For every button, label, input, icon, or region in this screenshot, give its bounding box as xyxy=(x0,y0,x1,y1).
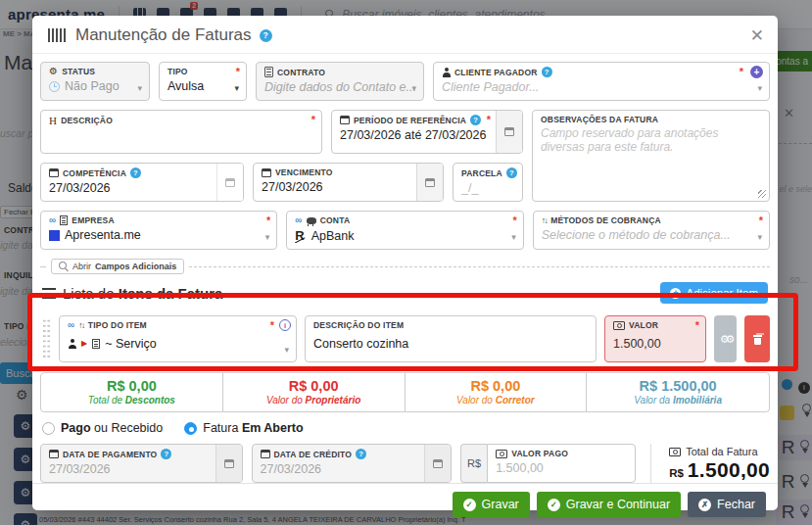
observacoes-field[interactable]: OBSERVAÇÕES DA FATURA xyxy=(532,110,770,202)
calendar-icon xyxy=(49,450,59,458)
empresa-field[interactable]: EMPRESA Apresenta.me xyxy=(40,211,277,250)
required-asterisk xyxy=(311,114,315,125)
lista-itens-title: Lista de Itens da Fatura xyxy=(63,285,222,302)
required-asterisk xyxy=(270,319,274,331)
chevron-down-icon xyxy=(265,232,270,242)
check-icon xyxy=(548,499,560,511)
modal-header: Manutenção de Faturas xyxy=(32,16,778,54)
help-icon[interactable] xyxy=(161,449,171,459)
calendar-picker-button[interactable] xyxy=(496,111,522,153)
barcode-icon xyxy=(48,28,68,42)
radio-icon xyxy=(42,422,55,435)
tipo-field[interactable]: TIPO Avulsa xyxy=(159,62,247,101)
person-icon xyxy=(442,68,451,77)
calendar-picker-button[interactable] xyxy=(416,164,443,201)
contract-icon xyxy=(264,67,273,77)
chevron-down-icon xyxy=(511,232,516,242)
info-icon[interactable] xyxy=(279,319,291,331)
chevron-down-icon xyxy=(137,83,142,93)
close-icon[interactable] xyxy=(750,27,764,44)
chevron-down-icon xyxy=(757,232,762,242)
check-icon xyxy=(463,499,476,511)
help-icon[interactable] xyxy=(356,449,366,459)
required-asterisk xyxy=(740,66,743,77)
required-asterisk xyxy=(695,319,699,331)
calendar-icon xyxy=(340,116,350,124)
valor-pago-field[interactable]: VALOR PAGO 1.500,00 xyxy=(487,444,636,483)
chevron-down-icon xyxy=(234,83,239,93)
abrir-campos-adicionais-button[interactable]: Abrir Campos Adicionais xyxy=(51,259,184,274)
money-icon xyxy=(496,450,507,458)
clock-icon xyxy=(49,81,60,92)
help-icon[interactable] xyxy=(130,167,141,178)
help-icon[interactable] xyxy=(506,167,517,178)
contrato-field[interactable]: CONTRATO Digite dados do Contato e... xyxy=(256,62,424,101)
calendar-icon xyxy=(49,168,59,177)
descricao-field[interactable]: DESCRIÇÃO xyxy=(40,110,322,154)
sort-icon xyxy=(78,321,84,330)
total-descontos: R$ 0,00 Total de Descontos xyxy=(41,373,223,411)
conta-field[interactable]: CONTA ApBank xyxy=(286,211,523,250)
calendar-picker-button[interactable] xyxy=(216,164,243,201)
calendar-picker-button[interactable] xyxy=(215,445,242,482)
link-icon xyxy=(49,215,56,225)
valor-proprietario: R$ 0,00 Valor do Proprietário xyxy=(223,373,406,411)
radio-fatura-em-aberto[interactable]: Fatura Em Aberto xyxy=(184,421,303,435)
divider xyxy=(40,266,46,267)
help-icon[interactable] xyxy=(470,115,481,125)
help-icon[interactable] xyxy=(260,29,272,42)
parcela-field[interactable]: PARCELA _/_ xyxy=(453,163,523,202)
gravar-button[interactable]: Gravar xyxy=(453,492,530,517)
gears-icon xyxy=(720,334,732,345)
valor-pago-group: R$ VALOR PAGO 1.500,00 xyxy=(460,444,636,483)
add-client-button[interactable] xyxy=(750,66,763,78)
modal-title: Manutenção de Faturas xyxy=(75,25,252,45)
play-icon xyxy=(81,340,87,348)
drag-handle[interactable] xyxy=(42,318,51,359)
valor-imobiliaria: R$ 1.500,00 Valor da Imobiliária xyxy=(587,373,769,411)
building-icon xyxy=(92,339,100,349)
link-icon xyxy=(68,320,74,330)
vencimento-field[interactable]: VENCIMENTO 27/03/2026 xyxy=(253,163,444,202)
gravar-e-continuar-button[interactable]: Gravar e Continuar xyxy=(537,492,681,517)
calendar-picker-button[interactable] xyxy=(424,445,451,482)
help-icon[interactable] xyxy=(542,67,552,77)
data-credito-field[interactable]: DATA DE CRÉDITO 27/03/2026 xyxy=(252,444,453,483)
bank-icon xyxy=(307,217,316,224)
invoice-maintenance-modal: Manutenção de Faturas STATUS Não Pago TI… xyxy=(32,16,778,510)
adicionar-item-button[interactable]: Adicionar Item xyxy=(660,282,768,304)
observacoes-textarea[interactable] xyxy=(541,126,761,181)
required-asterisk xyxy=(266,215,270,226)
divider xyxy=(189,266,770,267)
fechar-button[interactable]: Fechar xyxy=(688,492,766,517)
required-asterisk xyxy=(236,66,240,77)
data-pagamento-field[interactable]: DATA DE PAGAMENTO 27/03/2026 xyxy=(40,444,243,483)
total-da-fatura: Total da Fatura R$1.500,00 xyxy=(650,444,770,483)
totals-bar: R$ 0,00 Total de Descontos R$ 0,00 Valor… xyxy=(40,372,770,412)
plus-icon xyxy=(670,288,681,299)
company-logo xyxy=(49,230,60,241)
person-icon xyxy=(68,339,76,349)
delete-item-button[interactable] xyxy=(744,315,770,362)
money-icon xyxy=(613,321,625,330)
competencia-field[interactable]: COMPETÊNCIA 27/03/2026 xyxy=(40,163,244,202)
chevron-down-icon xyxy=(411,83,416,93)
metodos-cobranca-field[interactable]: MÉTODOS DE COBRANÇA Selecione o método d… xyxy=(533,211,770,250)
heading-icon xyxy=(49,115,57,126)
valor-field[interactable]: VALOR 1.500,00 xyxy=(604,315,706,362)
descricao-do-item-field[interactable]: DESCRIÇÃO DO ITEM Conserto cozinha xyxy=(305,315,597,362)
radio-pago-recebido[interactable]: Pago ou Recebido xyxy=(42,421,163,435)
periodo-referencia-field[interactable]: PERÍODO DE REFERÊNCIA 27/03/2026 até 27/… xyxy=(331,110,523,154)
descricao-input[interactable] xyxy=(49,130,313,148)
resize-handle[interactable] xyxy=(758,190,766,198)
calendar-icon xyxy=(262,168,271,177)
money-icon xyxy=(669,448,681,456)
chevron-down-icon xyxy=(284,345,289,355)
calendar-icon xyxy=(261,450,270,458)
building-icon xyxy=(60,215,68,225)
tipo-do-item-field[interactable]: TIPO DO ITEM ~ Serviço xyxy=(59,315,297,362)
sort-icon xyxy=(542,216,548,225)
item-settings-button[interactable] xyxy=(714,315,737,362)
status-field[interactable]: STATUS Não Pago xyxy=(40,62,150,101)
cliente-pagador-field[interactable]: CLIENTE PAGADOR Cliente Pagador... xyxy=(433,62,770,101)
